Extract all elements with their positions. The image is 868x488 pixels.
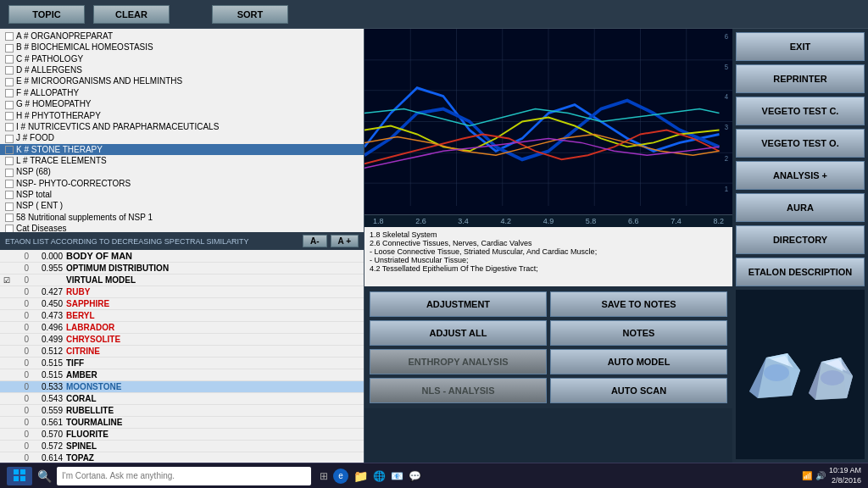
auto-scan-button[interactable]: AUTO SCAN [550, 378, 727, 403]
topic-label: 58 Nutritional supplements of NSP 1 [16, 213, 153, 222]
action-buttons: ADJUSTMENT SAVE TO NOTES ADJUST ALL NOTE… [364, 286, 732, 408]
etaon-value: 0.955 [32, 263, 63, 273]
etalon-description-button[interactable]: ETALON DESCRIPTION [736, 258, 865, 286]
main-content: A # ORGANOPREPARATB # BIOCHEMICAL HOMEOS… [0, 29, 868, 463]
etaon-row[interactable]: 00.572SPINEL [0, 441, 364, 452]
topic-item[interactable]: Cat Diseases [0, 223, 364, 232]
topic-item[interactable]: H # PHYTOTHERAPY [0, 110, 364, 121]
etaon-row[interactable]: 00.473BERYL [0, 310, 364, 322]
topic-item[interactable]: F # ALLOPATHY [0, 87, 364, 98]
vegeto-test-c-button[interactable]: VEGETO TEST C. [736, 97, 865, 125]
topic-item[interactable]: E # MICROORGANISMS AND HELMINTHS [0, 75, 364, 86]
save-to-notes-button[interactable]: SAVE TO NOTES [550, 291, 727, 317]
topic-item[interactable]: NSP- PHYTO-CORRECTORS [0, 178, 364, 189]
etaon-row[interactable]: 00.512CITRINE [0, 346, 364, 358]
etaon-name: RUBY [66, 287, 360, 297]
reprinter-button[interactable]: REPRINTER [736, 64, 865, 93]
etaon-row[interactable]: 00.570FLUORITE [0, 429, 364, 441]
adjustment-button[interactable]: ADJUSTMENT [370, 291, 547, 317]
app-icon-1[interactable]: 🌐 [373, 470, 386, 482]
svg-text:6: 6 [725, 31, 728, 41]
topic-label: H # PHYTOTHERAPY [16, 111, 101, 120]
etaon-row[interactable]: 00.515TIFF [0, 358, 364, 369]
vegeto-test-o-button[interactable]: VEGETO TEST O. [736, 129, 865, 158]
etaon-value: 0.570 [32, 430, 63, 439]
etaon-count: 0 [17, 263, 29, 273]
topic-label: I # NUTRICEVTICS AND PARAPHARMACEUTICALS [16, 122, 219, 131]
topic-item[interactable]: B # BIOCHEMICAL HOMEOSTASIS [0, 42, 364, 53]
topic-item[interactable]: NSP (68) [0, 166, 364, 177]
app-icon-2[interactable]: 📧 [391, 470, 403, 482]
etaon-value: 0.533 [32, 382, 63, 391]
info-line: 4.2 Tessellated Epithelium Of The Digest… [370, 264, 727, 273]
etaon-count: 0 [17, 394, 29, 403]
start-button[interactable] [7, 467, 32, 485]
exit-button[interactable]: EXIT [736, 32, 865, 61]
sort-button[interactable]: SORT [212, 5, 288, 24]
etaon-row[interactable]: 00.499CHRYSOLITE [0, 334, 364, 346]
taskbar-time: 10:19 AM 2/8/2016 [829, 466, 861, 485]
search-input[interactable] [62, 471, 306, 480]
directory-button[interactable]: DIRECTORY [736, 225, 865, 254]
topic-checkbox [5, 202, 14, 211]
chart-svg: 6 5 4 3 2 1 [364, 29, 732, 214]
etaon-row[interactable]: 00.000BODY OF MAN [0, 250, 364, 263]
etaon-count: 0 [17, 323, 29, 332]
a-minus-button[interactable]: A- [303, 235, 327, 247]
etaon-row[interactable]: 00.427RUBY [0, 286, 364, 298]
topic-item[interactable]: J # FOOD [0, 132, 364, 143]
etaon-count: 0 [17, 370, 29, 380]
etaon-row[interactable]: 00.543CORAL [0, 393, 364, 405]
topic-item[interactable]: L # TRACE ELEMENTS [0, 155, 364, 166]
topic-button[interactable]: TOPIC [8, 5, 85, 24]
right-panel: EXIT REPRINTER VEGETO TEST C. VEGETO TES… [732, 29, 868, 463]
etaon-value: 0.515 [32, 370, 63, 380]
ie-icon[interactable]: e [333, 469, 348, 484]
topic-item[interactable]: D # ALLERGENS [0, 64, 364, 75]
info-line: 2.6 Connective Tissues, Nerves, Cardiac … [370, 239, 727, 247]
etaon-value: 0.473 [32, 311, 63, 320]
auto-model-button[interactable]: AUTO MODEL [550, 349, 727, 374]
topic-item[interactable]: NSP ( ENT ) [0, 200, 364, 211]
app-icon-3[interactable]: 💬 [409, 470, 421, 482]
topic-checkbox [5, 101, 14, 109]
etaon-row[interactable]: 00.559RUBELLITE [0, 405, 364, 417]
etaon-row[interactable]: ☑0VIRTUAL MODEL [0, 274, 364, 286]
topic-item[interactable]: K # STONE THERAPY [0, 144, 364, 155]
volume-icon: 🔊 [815, 471, 826, 480]
etaon-row[interactable]: 00.496LABRADOR [0, 322, 364, 334]
etaon-count: 0 [17, 406, 29, 415]
etaon-row[interactable]: 00.614TOPAZ [0, 452, 364, 463]
clear-button[interactable]: CLEAR [93, 5, 170, 24]
topic-item[interactable]: G # HOMEOPATHY [0, 98, 364, 109]
etaon-name: CHRYSOLITE [66, 335, 360, 344]
etaon-row[interactable]: 00.450SAPPHIRE [0, 298, 364, 310]
etaon-value: 0.000 [32, 252, 63, 261]
topic-label: NSP total [16, 190, 52, 199]
task-view-icon[interactable]: ⊞ [320, 470, 328, 482]
cortana-icon[interactable]: 🔍 [37, 469, 52, 483]
taskbar-search[interactable] [57, 467, 311, 485]
topic-label: C # PATHOLOGY [16, 54, 83, 64]
explorer-icon[interactable]: 📁 [353, 469, 368, 483]
topic-item[interactable]: A # ORGANOPREPARAT [0, 30, 364, 42]
topic-label: Cat Diseases [16, 224, 66, 232]
aura-button[interactable]: AURA [736, 193, 865, 222]
etaon-row[interactable]: 00.561TOURMALINE [0, 417, 364, 429]
etaon-row[interactable]: 00.533MOONSTONE [0, 381, 364, 393]
adjust-all-button[interactable]: ADJUST ALL [370, 320, 547, 346]
a-plus-button[interactable]: A + [331, 235, 359, 247]
topic-item[interactable]: 58 Nutritional supplements of NSP 1 [0, 212, 364, 223]
topic-item[interactable]: C # PATHOLOGY [0, 53, 364, 64]
topic-item[interactable]: NSP total [0, 189, 364, 200]
topic-checkbox [5, 157, 14, 165]
analysis-plus-button[interactable]: ANALYSIS + [736, 161, 865, 190]
etaon-name: TOURMALINE [66, 418, 360, 427]
notes-button[interactable]: NOTES [550, 320, 727, 346]
etaon-value: 0.512 [32, 347, 63, 356]
topic-checkbox [5, 112, 14, 120]
topic-item[interactable]: I # NUTRICEVTICS AND PARAPHARMACEUTICALS [0, 121, 364, 132]
etaon-row[interactable]: 00.515AMBER [0, 369, 364, 381]
svg-text:1: 1 [725, 184, 728, 193]
etaon-row[interactable]: 00.955OPTIMUM DISTRIBUTION [0, 263, 364, 274]
